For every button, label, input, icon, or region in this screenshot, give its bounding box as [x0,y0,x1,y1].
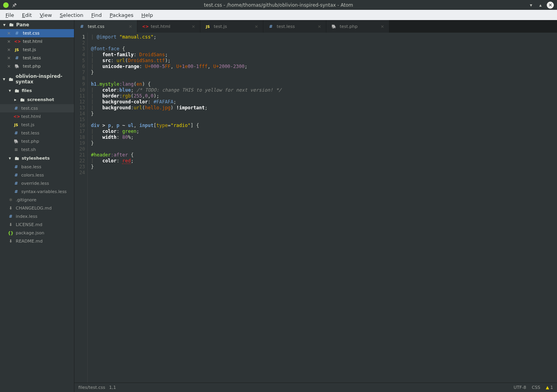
editor-tab[interactable]: test.js× [200,20,263,33]
pin-icon[interactable] [12,2,17,8]
pane-header[interactable]: ▾ Pane [0,20,74,29]
close-icon[interactable]: × [7,64,11,69]
close-icon[interactable]: × [7,31,11,36]
open-file-label: test.html [23,39,43,44]
menu-find[interactable]: Find [88,11,105,19]
css-file-icon [79,24,85,29]
tree-file[interactable]: package.json [0,229,74,237]
js-file-icon [13,122,19,127]
tree-label: LICENSE.md [16,222,42,227]
tab-label: test.less [277,24,295,29]
tree-file[interactable]: CHANGELOG.md [0,204,74,212]
chevron-down-icon: ▾ [2,22,6,28]
tab-label: test.html [151,24,170,29]
code-editor[interactable]: 123456789101112131415161718192021222324 … [74,33,557,383]
tree-file[interactable]: test.less [0,129,74,137]
less-file-icon [13,189,19,194]
less-file-icon [13,173,19,178]
project-root[interactable]: ▾ oblivion-inspired-syntax [0,72,74,86]
tree-label: .gitignore [16,197,37,202]
less-file-icon [13,164,19,169]
tree-file[interactable]: test.sh [0,145,74,154]
tree-file[interactable]: LICENSE.md [0,221,74,229]
status-cursor[interactable]: 1,1 [109,385,116,390]
window-maximize-icon[interactable]: ▴ [537,2,544,8]
editor-tab[interactable]: test.css× [74,20,137,33]
php-file-icon [13,139,19,144]
tree-label: package.json [16,230,44,236]
git-file-icon [8,197,13,202]
status-language[interactable]: CSS [532,385,540,390]
editor-tab[interactable]: test.php× [326,20,389,33]
tree-file[interactable]: test.js [0,121,74,129]
tree-label: test.js [21,122,34,127]
tree-file[interactable]: colors.less [0,171,74,179]
menu-view[interactable]: View [37,11,55,19]
code-content[interactable]: | @import "manual.css"; @font-face { | f… [88,33,557,383]
editor-tab[interactable]: test.html× [137,20,200,33]
window-title: test.css - /home/thomas/github/oblivion-… [204,2,353,8]
menu-edit[interactable]: Edit [19,11,35,19]
html-file-icon [14,39,20,44]
project-root-label: oblivion-inspired-syntax [16,74,72,85]
close-icon[interactable]: × [7,39,11,44]
open-file-label: test.js [23,47,36,52]
close-icon[interactable]: × [255,24,258,29]
md-file-icon [8,222,13,227]
php-file-icon [14,64,20,69]
open-file-item[interactable]: ×test.css [0,29,74,37]
tree-file[interactable]: README.md [0,237,74,245]
open-files-list: ×test.css×test.html×test.js×test.less×te… [0,29,74,72]
tab-label: test.js [214,24,227,29]
tree-file[interactable]: test.css [0,104,74,112]
tree-label: files [22,88,32,93]
tree-folder[interactable]: ▸screenshot [0,95,74,104]
close-icon[interactable]: × [129,24,132,29]
close-icon[interactable]: × [381,24,384,29]
window-minimize-icon[interactable]: ▾ [528,2,534,8]
tree-folder[interactable]: ▾stylesheets [0,154,74,163]
close-icon[interactable]: × [192,24,195,29]
menu-bar: FileEditViewSelectionFindPackagesHelp [0,10,557,20]
open-file-item[interactable]: ×test.less [0,54,74,62]
tree-label: README.md [16,239,43,244]
editor-tab[interactable]: test.less× [263,20,326,33]
editor-area: test.css×test.html×test.js×test.less×tes… [74,20,557,392]
tab-label: test.css [88,24,104,29]
menu-help[interactable]: Help [138,11,156,19]
tree-folder[interactable]: ▾files [0,86,74,95]
status-warnings[interactable]: 1 [546,385,553,390]
window-close-icon[interactable]: ✕ [547,2,554,9]
tree-file[interactable]: test.php [0,137,74,145]
tree-label: base.less [21,164,41,169]
tab-bar: test.css×test.html×test.js×test.less×tes… [74,20,557,33]
folder-icon [20,97,25,103]
line-gutter: 123456789101112131415161718192021222324 [74,33,88,383]
chevron-down-icon: ▾ [8,156,12,161]
menu-packages[interactable]: Packages [106,11,137,19]
tree-file[interactable]: syntax-variables.less [0,188,74,196]
tree-file[interactable]: test.html [0,112,74,121]
app-icon [3,2,9,8]
open-file-item[interactable]: ×test.php [0,62,74,70]
tree-file[interactable]: base.less [0,163,74,171]
status-path[interactable]: files/test.css [78,385,105,390]
menu-selection[interactable]: Selection [57,11,87,19]
close-icon[interactable]: × [7,55,11,61]
chevron-down-icon: ▾ [2,76,6,82]
folder-icon [8,76,13,82]
tree-file[interactable]: .gitignore [0,196,74,204]
open-file-label: test.less [23,55,41,61]
md-file-icon [8,239,13,244]
status-encoding[interactable]: UTF-8 [514,385,526,390]
tree-label: stylesheets [22,156,50,161]
window-titlebar: test.css - /home/thomas/github/oblivion-… [0,0,557,10]
menu-file[interactable]: File [2,11,17,19]
tree-label: screenshot [27,97,54,102]
open-file-item[interactable]: ×test.html [0,37,74,46]
close-icon[interactable]: × [318,24,321,29]
close-icon[interactable]: × [7,47,11,52]
tree-file[interactable]: override.less [0,179,74,188]
open-file-item[interactable]: ×test.js [0,46,74,54]
tree-file[interactable]: index.less [0,212,74,221]
